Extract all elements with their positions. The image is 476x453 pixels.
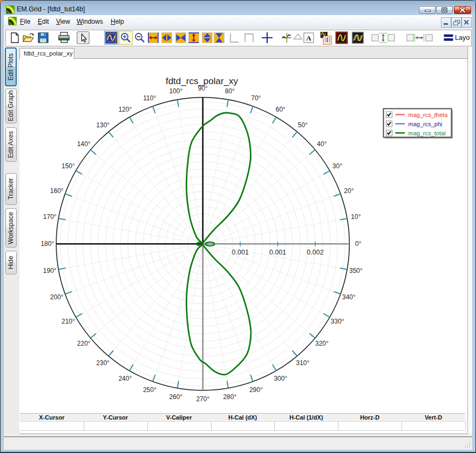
- svg-text:320°: 320°: [315, 340, 329, 347]
- svg-text:0.002: 0.002: [307, 249, 323, 256]
- svg-text:50°: 50°: [298, 121, 308, 129]
- svg-text:40°: 40°: [317, 140, 327, 148]
- svg-text:310°: 310°: [296, 359, 309, 367]
- svg-text:120°: 120°: [118, 106, 132, 113]
- svg-text:0.001: 0.001: [269, 249, 286, 256]
- svg-text:280°: 280°: [223, 393, 236, 401]
- svg-text:330°: 330°: [331, 318, 344, 325]
- svg-text:170°: 170°: [43, 213, 57, 221]
- svg-text:340°: 340°: [342, 293, 356, 301]
- svg-text:200°: 200°: [50, 293, 64, 301]
- svg-text:0.001: 0.001: [232, 249, 249, 256]
- svg-text:250°: 250°: [143, 386, 157, 394]
- svg-text:150°: 150°: [62, 162, 75, 170]
- svg-text:210°: 210°: [62, 318, 75, 325]
- svg-text:60°: 60°: [276, 106, 285, 113]
- svg-text:fdtd_rcs_polar_xy: fdtd_rcs_polar_xy: [166, 76, 239, 86]
- svg-text:180°: 180°: [40, 240, 54, 248]
- svg-text:80°: 80°: [225, 87, 235, 95]
- svg-text:290°: 290°: [249, 386, 263, 394]
- svg-text:240°: 240°: [118, 375, 132, 382]
- svg-text:350°: 350°: [349, 267, 363, 274]
- svg-text:0°: 0°: [355, 240, 362, 248]
- svg-text:140°: 140°: [77, 140, 91, 148]
- svg-text:110°: 110°: [143, 94, 156, 102]
- svg-text:130°: 130°: [96, 121, 110, 129]
- svg-text:260°: 260°: [169, 393, 182, 401]
- svg-text:20°: 20°: [344, 187, 353, 195]
- svg-text:270°: 270°: [196, 395, 209, 403]
- svg-text:190°: 190°: [43, 267, 57, 274]
- svg-text:100°: 100°: [169, 87, 182, 95]
- svg-text:230°: 230°: [96, 359, 110, 367]
- svg-text:300°: 300°: [274, 375, 287, 382]
- svg-text:220°: 220°: [77, 340, 91, 347]
- svg-text:30°: 30°: [332, 162, 342, 170]
- svg-text:70°: 70°: [251, 94, 261, 102]
- svg-text:160°: 160°: [50, 187, 64, 195]
- svg-text:10°: 10°: [351, 213, 361, 221]
